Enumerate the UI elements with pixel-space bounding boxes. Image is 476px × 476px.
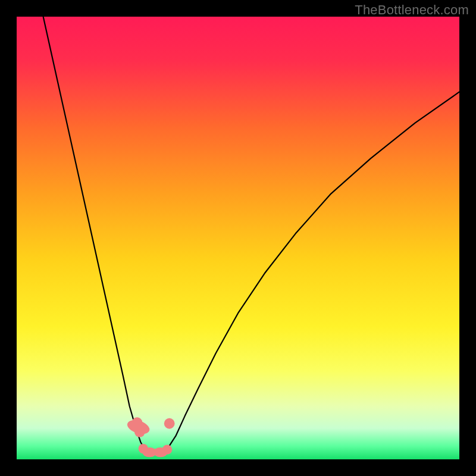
marker-right-dot	[164, 418, 175, 429]
marker-floor-dot-l	[139, 444, 148, 453]
plot-area	[17, 17, 459, 459]
watermark-text: TheBottleneck.com	[355, 2, 469, 18]
marker-floor-dot-r	[162, 444, 172, 454]
curve-layer	[17, 17, 459, 459]
series-left-branch	[43, 17, 150, 453]
series-right-branch	[163, 92, 459, 453]
chart-frame	[17, 17, 459, 459]
